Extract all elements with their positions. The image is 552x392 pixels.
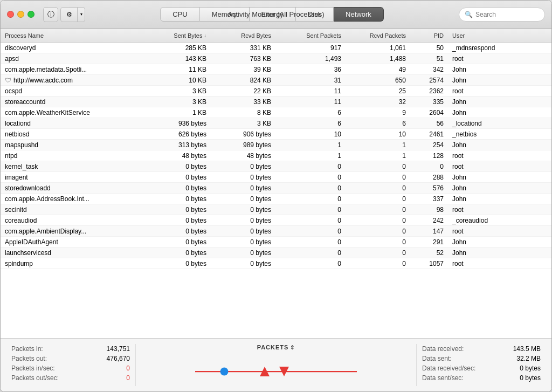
table-row[interactable]: ocspd3 KB22 KB11252362root (1, 86, 551, 97)
maximize-button[interactable] (27, 11, 34, 18)
sent-bytes-cell: 0 bytes (146, 216, 211, 225)
sent-bytes-cell: 0 bytes (146, 237, 211, 247)
info-button[interactable]: ⓘ (43, 7, 58, 22)
table-row[interactable]: netbiosd626 bytes906 bytes10102461_netbi… (1, 129, 551, 140)
pid-cell: 2574 (410, 75, 448, 85)
table-row[interactable]: com.apple.metadata.Spotli...11 KB39 KB36… (1, 64, 551, 75)
search-input[interactable] (475, 11, 539, 18)
table-row[interactable]: spindump0 bytes0 bytes001057root (1, 258, 551, 269)
process-name-cell: launchservicesd (1, 248, 146, 258)
process-name: com.apple.metadata.Spotli... (5, 66, 87, 73)
gear-dropdown-button[interactable]: ▾ (78, 7, 85, 22)
user-cell: _coreaudiod (448, 216, 551, 225)
col-header-sent-bytes[interactable]: Sent Bytes ↓ (146, 31, 211, 40)
data-sent-value: 32.2 MB (503, 355, 541, 362)
data-sent-sec-value: 0 bytes (503, 374, 541, 382)
process-name-cell: com.apple.WeatherKitService (1, 108, 146, 118)
process-name-cell: com.apple.AmbientDisplay... (1, 226, 146, 236)
col-header-user[interactable]: User (448, 31, 551, 40)
rcvd-packets-cell: 650 (346, 75, 410, 85)
table-row[interactable]: coreaudiod0 bytes0 bytes00242_coreaudiod (1, 215, 551, 226)
packets-in-sec-label: Packets in/sec: (11, 365, 55, 372)
pid-cell: 52 (410, 248, 448, 258)
packets-out-label: Packets out: (11, 355, 47, 362)
rcvd-bytes-cell: 0 bytes (211, 259, 275, 269)
table-row[interactable]: apsd143 KB763 KB1,4931,48851root (1, 53, 551, 64)
process-name: apsd (5, 55, 19, 63)
sent-packets-cell: 0 (275, 226, 346, 236)
rcvd-bytes-cell: 39 KB (211, 65, 275, 74)
packets-chart: PACKETS ⇕ (135, 344, 417, 386)
table-row[interactable]: mapspushd313 bytes989 bytes11254John (1, 140, 551, 150)
table-row[interactable]: discoveryd285 KB331 KB9171,06150_mdnsres… (1, 43, 551, 53)
user-cell: John (448, 194, 551, 204)
col-header-rcvd-bytes[interactable]: Rcvd Bytes (211, 31, 275, 40)
pid-cell: 576 (410, 183, 448, 193)
pid-cell: 1057 (410, 259, 448, 269)
pid-cell: 337 (410, 194, 448, 204)
sent-packets-cell: 0 (275, 183, 346, 193)
user-cell: John (448, 108, 551, 118)
rcvd-bytes-cell: 763 KB (211, 54, 275, 64)
pid-cell: 342 (410, 65, 448, 74)
rcvd-packets-cell: 1 (346, 140, 410, 150)
process-name-cell: kernel_task (1, 162, 146, 171)
rcvd-bytes-cell: 0 bytes (211, 162, 275, 171)
user-cell: John (448, 75, 551, 85)
svg-point-1 (220, 368, 229, 376)
minimize-button[interactable] (17, 11, 24, 18)
process-name: com.apple.AddressBook.Int... (5, 195, 89, 203)
rcvd-bytes-cell: 0 bytes (211, 183, 275, 193)
chart-sort-icon: ⇕ (290, 345, 295, 350)
process-name: imagent (5, 174, 28, 181)
table-row[interactable]: kernel_task0 bytes0 bytes000root (1, 161, 551, 172)
rcvd-bytes-cell: 48 bytes (211, 151, 275, 161)
pid-cell: 2604 (410, 108, 448, 118)
user-cell: John (448, 65, 551, 74)
user-cell: _mdnsrespond (448, 43, 551, 53)
gear-button[interactable]: ⚙ (60, 7, 78, 22)
sent-bytes-cell: 626 bytes (146, 129, 211, 139)
rcvd-bytes-cell: 22 KB (211, 86, 275, 96)
sent-bytes-cell: 936 bytes (146, 119, 211, 128)
table-row[interactable]: com.apple.AmbientDisplay...0 bytes0 byte… (1, 226, 551, 237)
process-name-cell: locationd (1, 119, 146, 128)
sent-bytes-cell: 10 KB (146, 75, 211, 85)
table-row[interactable]: storeaccountd3 KB33 KB1132335John (1, 97, 551, 107)
col-header-process-name[interactable]: Process Name (1, 31, 146, 40)
user-cell: root (448, 86, 551, 96)
table-row[interactable]: launchservicesd0 bytes0 bytes0052John (1, 247, 551, 258)
packets-out-sec-value: 0 (92, 374, 130, 382)
table-row[interactable]: com.apple.AddressBook.Int...0 bytes0 byt… (1, 194, 551, 204)
table-row[interactable]: locationd936 bytes3 KB6656_locationd (1, 118, 551, 129)
process-name-cell: coreaudiod (1, 216, 146, 225)
table-row[interactable]: secinitd0 bytes0 bytes0098root (1, 204, 551, 215)
tab-network[interactable]: Network (334, 7, 384, 22)
user-cell: root (448, 226, 551, 236)
table-row[interactable]: imagent0 bytes0 bytes00288John (1, 172, 551, 183)
rcvd-bytes-cell: 824 KB (211, 75, 275, 85)
tab-cpu[interactable]: CPU (160, 7, 199, 22)
sent-bytes-cell: 11 KB (146, 65, 211, 74)
col-header-pid[interactable]: PID (410, 31, 448, 40)
pid-cell: 0 (410, 162, 448, 171)
table-row[interactable]: ntpd48 bytes48 bytes11128root (1, 150, 551, 161)
rcvd-bytes-cell: 8 KB (211, 108, 275, 118)
process-name-cell: AppleIDAuthAgent (1, 237, 146, 247)
process-name-cell: storedownloadd (1, 183, 146, 193)
close-button[interactable] (7, 11, 14, 18)
table-row[interactable]: storedownloadd0 bytes0 bytes00576John (1, 183, 551, 194)
process-name-cell: 🛡http://www.acdc.com (1, 75, 146, 85)
col-header-sent-packets[interactable]: Sent Packets (275, 31, 346, 40)
packets-out-sec-label: Packets out/sec: (11, 374, 59, 382)
sent-bytes-cell: 0 bytes (146, 173, 211, 182)
process-name: kernel_task (5, 163, 38, 170)
stats-right: Data received: 143.5 MB Data sent: 32.2 … (422, 344, 541, 386)
sent-bytes-cell: 3 KB (146, 86, 211, 96)
col-header-rcvd-packets[interactable]: Rcvd Packets (346, 31, 410, 40)
table-row[interactable]: AppleIDAuthAgent0 bytes0 bytes00291John (1, 237, 551, 247)
packets-in-sec-value: 0 (92, 365, 130, 372)
data-received-sec-row: Data received/sec: 0 bytes (422, 363, 541, 373)
table-row[interactable]: com.apple.WeatherKitService1 KB8 KB69260… (1, 107, 551, 118)
table-row[interactable]: 🛡http://www.acdc.com10 KB824 KB316502574… (1, 75, 551, 86)
